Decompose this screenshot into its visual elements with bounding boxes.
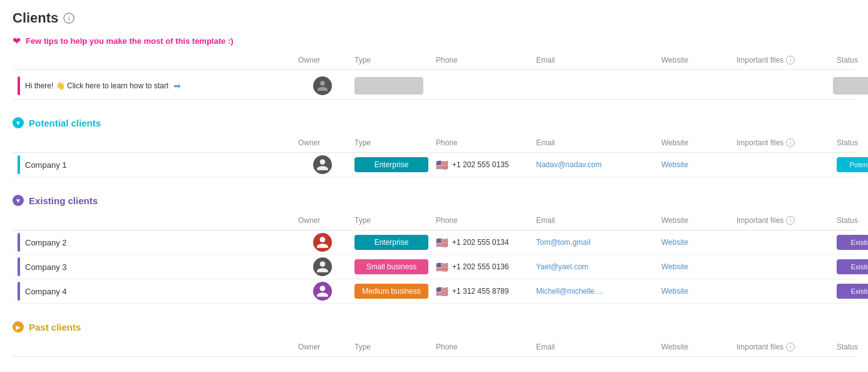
p-col-type: Type — [351, 136, 432, 150]
flag-company3: 🇺🇸 — [436, 261, 448, 273]
status-badge-company4[interactable]: Existing clients — [837, 284, 868, 299]
table-row: Company 2 Enterprise 🇺🇸 +1 202 555 0134 … — [13, 230, 855, 255]
type-badge-company2[interactable]: Enterprise — [354, 235, 428, 250]
owner-cell-company1 — [294, 154, 351, 175]
past-col-type: Type — [351, 340, 432, 354]
files-cell-company4 — [733, 290, 833, 292]
p-col-phone: Phone — [432, 136, 532, 150]
name-cell-company4: Company 4 — [13, 279, 294, 303]
past-col-website: Website — [658, 340, 733, 354]
status-badge-company2[interactable]: Existing clients — [837, 235, 868, 250]
status-cell-company1: Potential clients — [833, 156, 868, 173]
page-container: Clients i ❤ Few tips to help you make th… — [0, 0, 868, 372]
name-cell-company3: Company 3 — [13, 255, 294, 279]
section-potential-header: ▼ Potential clients — [13, 115, 855, 133]
email-cell-company4[interactable]: Michell@michelle.... — [532, 286, 658, 297]
past-col-owner: Owner — [294, 340, 351, 354]
col-header-email: Email — [532, 53, 658, 67]
past-col-headers: Owner Type Phone Email Website Important… — [13, 338, 855, 357]
tip-left-bar — [18, 76, 20, 95]
past-col-email: Email — [532, 340, 658, 354]
owner-cell-company2 — [294, 232, 351, 253]
section-past-toggle[interactable]: ▶ — [13, 321, 24, 333]
type-badge-company1[interactable]: Enterprise — [354, 157, 428, 172]
status-cell-company3: Existing clients — [833, 258, 868, 276]
section-past-title[interactable]: Past clients — [29, 322, 81, 333]
section-existing-toggle[interactable]: ▼ — [13, 195, 24, 206]
avatar-company2 — [313, 233, 332, 252]
owner-cell-company3 — [294, 256, 351, 277]
past-col-phone: Phone — [432, 340, 532, 354]
tip-row-content[interactable]: Hi there! 👋 Click here to learn how to s… — [13, 73, 294, 99]
row-bar-company2 — [18, 233, 20, 252]
phone-cell-company3: 🇺🇸 +1 202 555 0136 — [432, 260, 532, 274]
phone-cell-company1: 🇺🇸 +1 202 555 0135 — [432, 158, 532, 172]
page-title: Clients — [13, 10, 58, 26]
e-col-email: Email — [532, 214, 658, 227]
type-cell-company3: Small business — [351, 258, 432, 276]
past-files-info-icon[interactable]: i — [786, 343, 795, 351]
owner-cell-company4 — [294, 281, 351, 302]
row-name-company3: Company 3 — [25, 262, 66, 272]
e-col-name — [13, 218, 294, 223]
page-info-icon[interactable]: i — [63, 13, 75, 24]
tips-text[interactable]: Few tips to help you make the most of th… — [26, 36, 234, 46]
row-name-company1: Company 1 — [25, 160, 66, 170]
section-existing-title[interactable]: Existing clients — [29, 195, 98, 206]
tip-owner-cell — [294, 75, 351, 96]
section-potential-toggle[interactable]: ▼ — [13, 117, 24, 128]
email-cell-company2[interactable]: Tom@tom.gmail — [532, 237, 658, 248]
e-col-status: Status — [833, 214, 868, 227]
type-cell-company1: Enterprise — [351, 156, 432, 173]
row-bar-company3 — [18, 257, 20, 276]
avatar-company1 — [313, 155, 332, 174]
tips-bar: ❤ Few tips to help you make the most of … — [13, 35, 855, 47]
flag-company4: 🇺🇸 — [436, 286, 448, 297]
col-header-files: Important files i — [733, 53, 833, 67]
p-col-name — [13, 140, 294, 145]
website-cell-company2[interactable]: Website — [658, 237, 733, 248]
type-badge-company4[interactable]: Medium business — [354, 284, 428, 299]
status-cell-company2: Existing clients — [833, 234, 868, 251]
table-row: Company 1 Enterprise 🇺🇸 +1 202 555 0135 … — [13, 153, 855, 177]
e-col-type: Type — [351, 214, 432, 227]
type-badge-company3[interactable]: Small business — [354, 259, 428, 274]
flag-company2: 🇺🇸 — [436, 237, 448, 249]
website-cell-company4[interactable]: Website — [658, 286, 733, 297]
section-potential-title[interactable]: Potential clients — [29, 118, 101, 128]
past-col-name — [13, 344, 294, 349]
phone-cell-company2: 🇺🇸 +1 202 555 0134 — [432, 235, 532, 250]
files-info-icon[interactable]: i — [786, 56, 795, 65]
p-col-email: Email — [532, 136, 658, 150]
avatar-company4 — [313, 282, 332, 301]
col-header-type: Type — [351, 53, 432, 67]
phone-company4: +1 312 455 8789 — [452, 287, 509, 296]
website-cell-company1[interactable]: Website — [658, 159, 733, 170]
page-title-row: Clients i — [13, 10, 855, 26]
email-cell-company3[interactable]: Yael@yael.com — [532, 261, 658, 272]
flag-company1: 🇺🇸 — [436, 159, 448, 171]
tip-type-cell — [351, 77, 432, 95]
row-name-company2: Company 2 — [25, 238, 66, 247]
status-badge-company1[interactable]: Potential clients — [837, 157, 868, 172]
status-badge-company3[interactable]: Existing clients — [837, 259, 868, 274]
type-cell-company4: Medium business — [351, 282, 432, 300]
table-row: Company 4 Medium business 🇺🇸 +1 312 455 … — [13, 279, 855, 304]
section-potential: ▼ Potential clients Owner Type Phone Ema… — [13, 115, 855, 177]
website-cell-company3[interactable]: Website — [658, 261, 733, 272]
e-files-info-icon[interactable]: i — [786, 216, 795, 225]
tips-heart-icon: ❤ — [13, 35, 21, 47]
col-header-name — [13, 58, 294, 63]
col-header-phone: Phone — [432, 53, 532, 67]
section-existing-header: ▼ Existing clients — [13, 192, 855, 211]
email-cell-company1[interactable]: Nadav@nadav.com — [532, 159, 658, 170]
p-files-info-icon[interactable]: i — [786, 138, 795, 147]
status-cell-company4: Existing clients — [833, 282, 868, 300]
row-bar-company4 — [18, 282, 20, 301]
tip-type-placeholder — [354, 77, 423, 95]
past-col-files: Important files i — [733, 340, 833, 354]
existing-col-headers: Owner Type Phone Email Website Important… — [13, 211, 855, 230]
section-past-header: ▶ Past clients — [13, 319, 855, 338]
e-col-phone: Phone — [432, 214, 532, 227]
col-header-website: Website — [658, 53, 733, 67]
